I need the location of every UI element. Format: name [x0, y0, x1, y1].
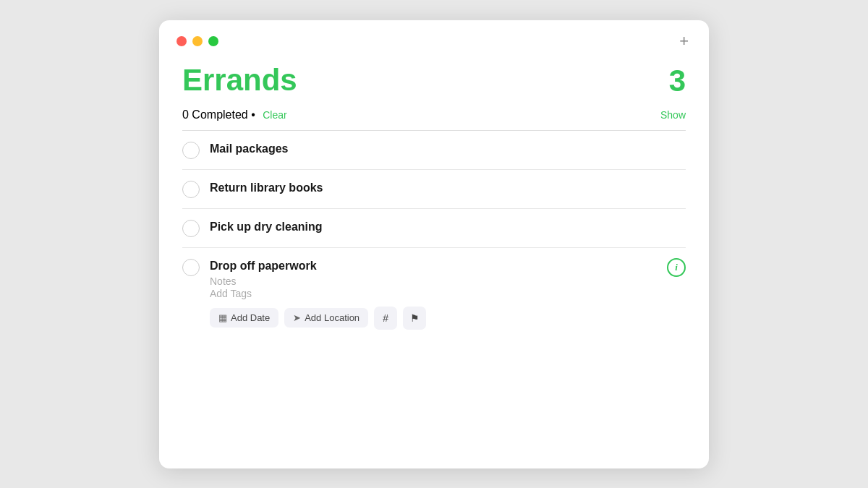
task-checkbox[interactable] [182, 259, 200, 276]
hashtag-button[interactable]: # [374, 307, 397, 330]
task-list: Mail packages Return library books Pick … [182, 131, 686, 340]
task-body: Pick up dry cleaning [210, 219, 686, 235]
add-date-button[interactable]: ▦ Add Date [210, 308, 278, 328]
list-item: Mail packages [182, 131, 686, 170]
task-body: Drop off paperwork Notes Add Tags ▦ Add … [210, 258, 686, 330]
add-location-button[interactable]: ➤ Add Location [284, 308, 368, 328]
list-item: Return library books [182, 170, 686, 209]
completed-row: 0 Completed • Clear Show [182, 108, 686, 121]
task-notes-placeholder[interactable]: Notes [210, 275, 686, 287]
completed-text: 0 Completed [182, 108, 248, 121]
list-title: Errands [182, 64, 297, 97]
flag-icon: ⚑ [410, 312, 420, 324]
task-checkbox[interactable] [182, 220, 200, 237]
clear-button[interactable]: Clear [263, 109, 286, 121]
info-icon: i [675, 262, 678, 273]
task-name: Pick up dry cleaning [210, 219, 686, 235]
titlebar: + [159, 20, 709, 56]
completed-status: 0 Completed • Clear [182, 108, 287, 121]
hashtag-icon: # [383, 312, 388, 324]
calendar-icon: ▦ [218, 312, 227, 323]
close-button[interactable] [176, 36, 187, 46]
list-count: 3 [669, 64, 686, 98]
maximize-button[interactable] [208, 36, 218, 46]
task-body: Return library books [210, 180, 686, 196]
add-task-button[interactable]: + [676, 33, 692, 49]
minimize-button[interactable] [192, 36, 203, 46]
main-content: Errands 3 0 Completed • Clear Show Mail … [159, 56, 709, 357]
list-item: Pick up dry cleaning [182, 209, 686, 248]
show-completed-button[interactable]: Show [660, 109, 686, 121]
traffic-lights [176, 36, 218, 46]
task-tags-placeholder[interactable]: Add Tags [210, 288, 686, 299]
add-location-label: Add Location [305, 312, 359, 323]
add-date-label: Add Date [231, 312, 270, 323]
flag-button[interactable]: ⚑ [403, 307, 426, 330]
list-header: Errands 3 [182, 64, 686, 98]
task-name: Mail packages [210, 141, 686, 157]
list-item: Drop off paperwork Notes Add Tags ▦ Add … [182, 248, 686, 340]
task-checkbox[interactable] [182, 181, 200, 198]
location-icon: ➤ [293, 312, 301, 323]
task-info-button[interactable]: i [667, 258, 686, 277]
task-checkbox[interactable] [182, 142, 200, 159]
task-body: Mail packages [210, 141, 686, 157]
task-name: Drop off paperwork [210, 258, 686, 274]
app-window: + Errands 3 0 Completed • Clear Show Mai… [159, 20, 709, 468]
task-name: Return library books [210, 180, 686, 196]
task-actions-bar: ▦ Add Date ➤ Add Location # ⚑ [210, 307, 686, 330]
